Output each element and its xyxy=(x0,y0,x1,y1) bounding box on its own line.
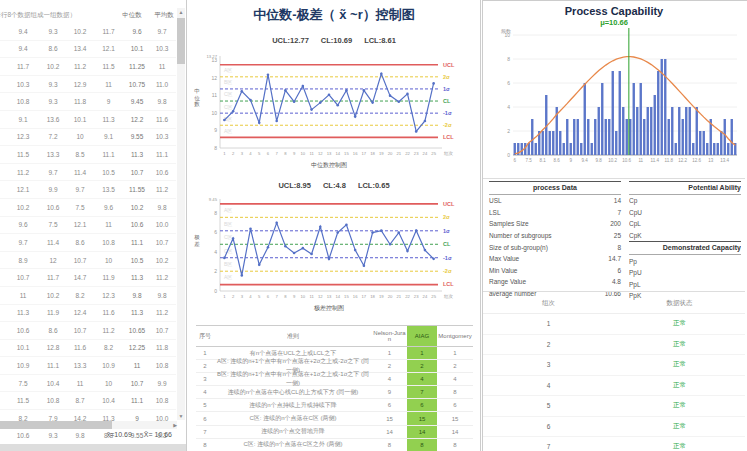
svg-text:中位数控制图: 中位数控制图 xyxy=(311,162,347,169)
svg-text:8: 8 xyxy=(214,145,217,151)
svg-text:组次: 组次 xyxy=(444,150,454,156)
svg-text:1: 1 xyxy=(223,294,226,299)
cell: 13.5 xyxy=(94,186,123,193)
rules-cell: 5 xyxy=(196,402,214,408)
process-capability-title: Process Capability xyxy=(483,5,745,17)
cell: 8.2 xyxy=(94,344,123,351)
cell: 12.3 xyxy=(94,292,123,299)
rules-cell: 2 xyxy=(437,363,473,369)
scroll-up-icon[interactable]: ▲ xyxy=(177,8,185,16)
potential-ability-header: Potential Ability xyxy=(629,181,741,195)
svg-text:组次: 组次 xyxy=(444,293,454,299)
svg-text:11: 11 xyxy=(309,151,314,156)
svg-text:10: 10 xyxy=(301,151,306,156)
process-data-value: 200 xyxy=(610,220,621,227)
rules-column-header: 准则 xyxy=(214,332,372,341)
svg-text:22: 22 xyxy=(405,151,410,156)
performance-index-label: PpU xyxy=(629,267,741,279)
cell: 11.3 xyxy=(6,309,40,316)
status-badge: 正常 xyxy=(614,381,745,390)
status-badge: 正常 xyxy=(614,360,745,369)
control-chart-panel: 中位数-极差（ x̃ ~r）控制图 UCL:12.77CL:10.69LCL:8… xyxy=(188,0,481,451)
range-control-chart: 024689.45UCL2σ1σCL-1σ-2σLCLA区B区C区C区B区A区1… xyxy=(190,191,478,313)
status-row: 7正常 xyxy=(483,437,745,451)
vertical-scrollbar[interactable]: ▲ ▼ xyxy=(177,8,185,420)
cell: 9.3 xyxy=(40,28,66,35)
svg-text:7.5: 7.5 xyxy=(526,158,533,163)
svg-text:极差: 极差 xyxy=(193,234,200,247)
cell: 11.7 xyxy=(94,28,123,35)
scroll-down-icon[interactable]: ▼ xyxy=(177,412,185,420)
svg-text:4: 4 xyxy=(214,249,217,255)
process-data-label: Samples Size xyxy=(489,220,529,227)
cell: 7.5 xyxy=(6,380,40,387)
rules-cell: 7 xyxy=(196,429,214,435)
horizontal-scrollbar[interactable]: ▶ xyxy=(0,421,177,429)
svg-text:19: 19 xyxy=(379,294,384,299)
process-data-label: Max Value xyxy=(489,255,519,262)
cell: 10.4 xyxy=(40,380,66,387)
svg-text:11: 11 xyxy=(638,158,643,163)
svg-text:12.2: 12.2 xyxy=(678,158,687,163)
process-data-row: Max Value14.7 xyxy=(489,253,621,265)
scroll-right-icon[interactable]: ▶ xyxy=(173,421,177,429)
svg-text:9: 9 xyxy=(293,151,296,156)
horizontal-scrollbar-thumb[interactable] xyxy=(0,421,112,429)
table-row: 7.510.4111010.79.9 xyxy=(0,375,176,393)
bottom-strip xyxy=(0,444,186,451)
status-badge: 正常 xyxy=(614,340,745,349)
cl-value: CL:10.69 xyxy=(321,36,352,45)
rules-cell: 4 xyxy=(407,373,437,385)
svg-text:5: 5 xyxy=(258,294,261,299)
cell: 11.7 xyxy=(6,63,40,70)
process-data-table: process DataUSL14LSL7Samples Size200Numb… xyxy=(489,181,621,299)
group-number: 3 xyxy=(483,361,614,368)
svg-text:B区: B区 xyxy=(224,221,232,227)
svg-text:24: 24 xyxy=(423,151,428,156)
rules-cell: 3 xyxy=(196,376,214,382)
cell: 9.1 xyxy=(94,133,123,140)
process-data-row: Samples Size200 xyxy=(489,218,621,230)
cell: 10.1 xyxy=(66,116,94,123)
svg-text:8: 8 xyxy=(284,294,287,299)
svg-text:-2σ: -2σ xyxy=(443,268,452,274)
status-row: 2正常 xyxy=(483,335,745,356)
divider xyxy=(483,291,745,292)
cell: 9.1 xyxy=(6,116,40,123)
cell: 10.7 xyxy=(66,257,94,264)
vertical-scrollbar-thumb[interactable] xyxy=(177,18,185,64)
cell: 11.2 xyxy=(151,309,173,316)
rules-cell: 2 xyxy=(407,360,437,372)
cell: 10.8 xyxy=(151,397,173,404)
cell: 11.1 xyxy=(123,397,151,404)
svg-text:18: 18 xyxy=(370,294,375,299)
capability-histogram: 0246810频数67.58.18.699.49.810.210.61111.4… xyxy=(487,27,743,177)
cell: 11 xyxy=(6,292,40,299)
process-data-value: 8 xyxy=(617,244,621,251)
svg-text:15: 15 xyxy=(344,294,349,299)
group-number: 2 xyxy=(483,341,614,348)
performance-index-label: PpL xyxy=(629,279,741,291)
process-data-row: LSL7 xyxy=(489,207,621,219)
svg-text:25: 25 xyxy=(431,294,436,299)
svg-text:12.6: 12.6 xyxy=(692,158,701,163)
svg-text:23: 23 xyxy=(414,294,419,299)
svg-text:频数: 频数 xyxy=(501,28,511,34)
table-row: 10.711.714.711.911.311.2 xyxy=(0,269,176,287)
rules-cell: 2 xyxy=(372,363,407,369)
svg-text:8.1: 8.1 xyxy=(540,158,547,163)
svg-text:14: 14 xyxy=(335,151,340,156)
svg-text:13: 13 xyxy=(708,158,714,163)
cell: 11.2 xyxy=(6,169,40,176)
svg-text:C区: C区 xyxy=(224,234,233,240)
cell: 11.1 xyxy=(151,151,173,158)
svg-text:13.4: 13.4 xyxy=(720,158,729,163)
svg-text:13: 13 xyxy=(327,151,332,156)
cell: 10.9 xyxy=(6,362,40,369)
rules-cell: 6 xyxy=(407,399,437,411)
svg-text:4: 4 xyxy=(507,104,510,110)
svg-text:2: 2 xyxy=(232,151,235,156)
svg-text:9: 9 xyxy=(214,127,217,133)
table-row: 10.39.312.91110.7511.0 xyxy=(0,76,176,94)
svg-text:10.6: 10.6 xyxy=(622,158,631,163)
